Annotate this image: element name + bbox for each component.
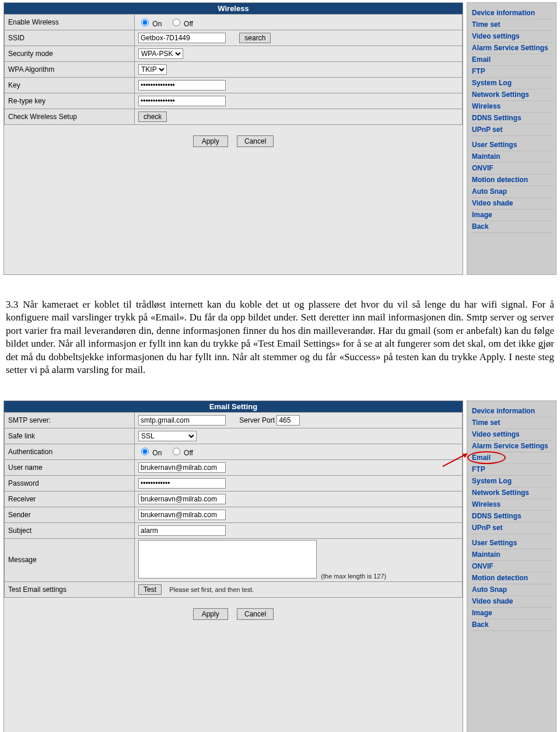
email-title: Email Setting	[4, 401, 463, 412]
nav-item-maintain[interactable]: Maintain	[471, 151, 552, 163]
nav-item-device-information[interactable]: Device information	[471, 8, 552, 19]
message-hint: (the max length is 127)	[321, 573, 386, 580]
nav-item-onvif[interactable]: ONVIF	[471, 561, 552, 573]
nav-item-network-settings[interactable]: Network Settings	[471, 89, 552, 101]
nav-item-video-settings[interactable]: Video settings	[471, 31, 552, 43]
nav-item-back[interactable]: Back	[471, 619, 552, 631]
nav-item-motion-detection[interactable]: Motion detection	[471, 175, 552, 186]
server-port-input[interactable]	[276, 415, 300, 426]
email-apply-button[interactable]: Apply	[193, 608, 228, 620]
wireless-panel-wrap: Wireless Enable Wireless On Off SSID sea…	[0, 0, 560, 277]
safe-link-select[interactable]: SSL	[138, 431, 197, 441]
subject-label: Subject	[5, 522, 135, 538]
email-form: SMTP server: Server Port Safe link SSL A…	[4, 412, 463, 598]
nav-item-wireless[interactable]: Wireless	[471, 499, 552, 511]
wireless-panel: Wireless Enable Wireless On Off SSID sea…	[4, 2, 463, 275]
nav-item-motion-detection[interactable]: Motion detection	[471, 573, 552, 584]
doc-step-text: Når kameraet er koblet til trådløst inte…	[6, 299, 554, 375]
test-hint: Please set first, and then test.	[169, 586, 254, 593]
username-label: User name	[5, 459, 135, 475]
wireless-action-row: Apply Cancel	[4, 125, 463, 158]
password-label: Password	[5, 475, 135, 491]
auth-on[interactable]: On	[138, 449, 162, 457]
email-nav-panel: Device informationTime setVideo settings…	[467, 400, 556, 732]
safe-link-label: Safe link	[5, 428, 135, 444]
nav-item-email[interactable]: Email	[471, 54, 552, 66]
sender-input[interactable]	[138, 510, 226, 520]
enable-wireless-label: Enable Wireless	[5, 15, 135, 30]
retype-key-label: Re-type key	[5, 93, 135, 109]
password-input[interactable]	[138, 478, 226, 489]
wireless-cancel-button[interactable]: Cancel	[237, 135, 274, 147]
auth-label: Authentication	[5, 444, 135, 459]
nav-item-system-log[interactable]: System Log	[471, 476, 552, 487]
enable-wireless-off-radio[interactable]	[173, 19, 180, 26]
wireless-form: Enable Wireless On Off SSID search Secur…	[4, 14, 463, 125]
nav-item-device-information[interactable]: Device information	[471, 406, 552, 417]
key-input[interactable]	[138, 80, 226, 90]
nav-item-video-shade[interactable]: Video shade	[471, 198, 552, 210]
nav-item-ftp[interactable]: FTP	[471, 66, 552, 78]
nav-item-wireless[interactable]: Wireless	[471, 101, 552, 113]
nav-item-video-settings[interactable]: Video settings	[471, 429, 552, 441]
nav-item-image[interactable]: Image	[471, 210, 552, 221]
wireless-title: Wireless	[4, 3, 463, 14]
check-setup-button[interactable]: check	[138, 111, 167, 122]
svg-marker-1	[463, 454, 467, 458]
message-label: Message	[5, 538, 135, 581]
security-mode-label: Security mode	[5, 46, 135, 62]
wireless-apply-button[interactable]: Apply	[193, 135, 228, 147]
receiver-label: Receiver	[5, 491, 135, 507]
auth-off-radio[interactable]	[173, 448, 180, 455]
email-cancel-button[interactable]: Cancel	[237, 608, 274, 620]
wireless-nav-panel: Device informationTime setVideo settings…	[467, 2, 556, 275]
nav-item-video-shade[interactable]: Video shade	[471, 596, 552, 608]
nav-item-image[interactable]: Image	[471, 608, 552, 619]
smtp-server-input[interactable]	[138, 415, 226, 426]
test-email-button[interactable]: Test	[138, 584, 162, 595]
nav-item-system-log[interactable]: System Log	[471, 78, 552, 89]
enable-wireless-on-radio[interactable]	[141, 19, 149, 26]
enable-wireless-off[interactable]: Off	[170, 20, 193, 28]
nav-item-upnp-set[interactable]: UPnP set	[471, 124, 552, 136]
nav-item-user-settings[interactable]: User Settings	[471, 140, 552, 151]
email-panel: Email Setting SMTP server: Server Port S…	[4, 400, 463, 732]
nav-item-upnp-set[interactable]: UPnP set	[471, 522, 552, 534]
email-action-row: Apply Cancel	[4, 598, 463, 630]
username-input[interactable]	[138, 462, 226, 473]
wpa-algorithm-label: WPA Algorithm	[5, 62, 135, 78]
nav-item-ddns-settings[interactable]: DDNS Settings	[471, 511, 552, 522]
ssid-input[interactable]	[138, 33, 226, 43]
subject-input[interactable]	[138, 525, 226, 536]
wpa-algorithm-select[interactable]: TKIP	[138, 64, 167, 75]
receiver-input[interactable]	[138, 494, 226, 504]
auth-off[interactable]: Off	[170, 449, 193, 457]
nav-item-network-settings[interactable]: Network Settings	[471, 487, 552, 499]
message-textarea[interactable]	[138, 540, 317, 578]
check-setup-label: Check Wireless Setup	[5, 109, 135, 125]
nav-item-alarm-service-settings[interactable]: Alarm Service Settings	[471, 441, 552, 452]
ssid-label: SSID	[5, 30, 135, 46]
nav-item-ddns-settings[interactable]: DDNS Settings	[471, 113, 552, 124]
nav-item-back[interactable]: Back	[471, 221, 552, 233]
ssid-search-button[interactable]: search	[239, 33, 271, 43]
nav-item-auto-snap[interactable]: Auto Snap	[471, 584, 552, 596]
nav-item-auto-snap[interactable]: Auto Snap	[471, 186, 552, 198]
smtp-server-label: SMTP server:	[5, 412, 135, 428]
test-settings-label: Test Email settings	[5, 581, 135, 597]
email-highlight-oval	[467, 451, 506, 464]
nav-item-time-set[interactable]: Time set	[471, 417, 552, 429]
enable-wireless-on[interactable]: On	[138, 20, 162, 28]
nav-item-ftp[interactable]: FTP	[471, 464, 552, 476]
security-mode-select[interactable]: WPA-PSK	[138, 48, 183, 59]
auth-on-radio[interactable]	[141, 448, 149, 455]
nav-item-time-set[interactable]: Time set	[471, 19, 552, 31]
retype-key-input[interactable]	[138, 96, 226, 106]
server-port-label: Server Port	[239, 416, 275, 424]
nav-item-onvif[interactable]: ONVIF	[471, 163, 552, 175]
nav-item-email[interactable]: Email	[471, 452, 552, 464]
nav-item-maintain[interactable]: Maintain	[471, 549, 552, 561]
doc-step-number: 3.3	[6, 298, 19, 311]
nav-item-user-settings[interactable]: User Settings	[471, 538, 552, 549]
nav-item-alarm-service-settings[interactable]: Alarm Service Settings	[471, 43, 552, 54]
